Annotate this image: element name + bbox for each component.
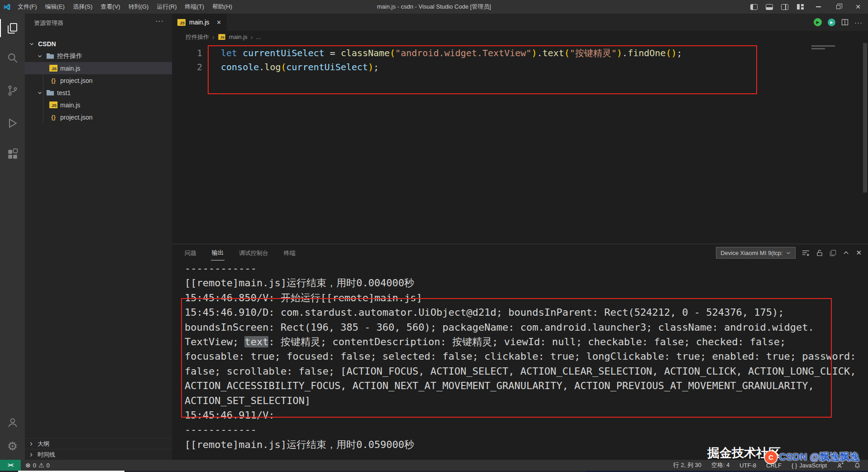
menu-item[interactable]: 帮助(H) (208, 0, 236, 14)
extension-run-icon[interactable]: ▶ (828, 19, 835, 26)
menu-item[interactable]: 文件(F) (14, 0, 41, 14)
close-button[interactable]: ✕ (848, 0, 868, 14)
tree-item[interactable]: {}project.json (25, 74, 172, 87)
tab-label: main.js (189, 19, 209, 26)
code-line: 1let currentUiSelect = className("androi… (172, 46, 868, 60)
tab-main-js[interactable]: JS main.js ✕ (172, 14, 227, 31)
minimap[interactable] (811, 45, 835, 51)
code-token: console (221, 62, 259, 72)
indentation[interactable]: 空格: 4 (711, 461, 730, 469)
remote-indicator[interactable]: >< (0, 460, 21, 471)
section-时间线[interactable]: 时间线 (25, 449, 172, 460)
minimize-button[interactable] (808, 0, 828, 14)
tree-item-label: 控件操作 (57, 52, 82, 60)
tab-bar: JS main.js ✕ ▶ ▶ ··· (172, 14, 868, 31)
editor-scrollbar[interactable] (863, 43, 867, 193)
output-console[interactable]: ------------[[remote]main.js]运行结束，用时0.00… (172, 261, 868, 452)
menu-item[interactable]: 运行(R) (153, 0, 181, 14)
output-line: 15:45:46.911/V: (185, 408, 868, 423)
tree-item[interactable]: JSmain.js (25, 62, 172, 74)
editor-more-actions-icon[interactable]: ··· (854, 19, 863, 26)
code-text: console.log(currentUiSelect); (221, 62, 379, 72)
breadcrumb-item[interactable]: main.js (229, 34, 248, 40)
tree-item[interactable]: test1 (25, 87, 172, 99)
menu-item[interactable]: 编辑(E) (41, 0, 69, 14)
maximize-panel-icon[interactable] (843, 250, 849, 256)
chevron-expanded-icon (28, 452, 35, 458)
menu-item[interactable]: 转到(G) (124, 0, 153, 14)
close-panel-icon[interactable]: ✕ (856, 249, 862, 257)
output-text: ------------ (185, 424, 257, 435)
tree-item[interactable]: CSDN (25, 38, 172, 50)
section-大纲[interactable]: 大纲 (25, 438, 172, 449)
run-button[interactable]: ▶ (814, 18, 822, 26)
section-label: 大纲 (38, 440, 49, 448)
line-number: 1 (172, 46, 202, 60)
status-bar: >< ⊗ 0 ⚠ 0 行 2, 列 30 空格: 4 UTF-8 CRLF { … (0, 460, 868, 471)
extensions-icon[interactable] (0, 142, 25, 166)
clear-output-icon[interactable] (802, 249, 810, 257)
panel-tab-终端[interactable]: 终端 (283, 245, 296, 260)
code-token: ( (281, 62, 286, 72)
toggle-panel-icon[interactable] (766, 4, 773, 10)
menu-bar: 文件(F)编辑(E)选择(S)查看(V)转到(G)运行(R)终端(T)帮助(H) (14, 0, 236, 14)
tab-close-icon[interactable]: ✕ (216, 19, 221, 26)
customize-layout-icon[interactable] (796, 4, 804, 10)
run-debug-icon[interactable] (0, 111, 25, 135)
output-text: ------------ (185, 263, 257, 274)
tree-item-label: CSDN (38, 40, 56, 48)
json-file-icon: {} (49, 114, 57, 120)
code-area[interactable]: 1let currentUiSelect = className("androi… (172, 43, 868, 74)
toggle-secondary-sidebar-icon[interactable] (781, 4, 788, 10)
breadcrumb[interactable]: 控件操作›JSmain.js›... (172, 31, 868, 43)
json-file-icon: {} (49, 77, 57, 84)
split-editor-icon[interactable] (841, 19, 849, 26)
output-line: ACTION_ACCESSIBILITY_FOCUS, ACTION_NEXT_… (185, 379, 868, 393)
toggle-sidebar-icon[interactable] (750, 4, 758, 10)
output-line: TextView; text: 按键精灵; contentDescription… (185, 335, 868, 349)
restore-button[interactable] (828, 0, 848, 14)
tree-item-label: project.json (60, 114, 93, 121)
panel-tab-调试控制台[interactable]: 调试控制台 (238, 245, 269, 260)
encoding[interactable]: UTF-8 (739, 462, 756, 469)
output-line: false; scrollable: false; [ACTION_FOCUS,… (185, 364, 868, 379)
breadcrumb-item[interactable]: 控件操作 (186, 33, 209, 41)
menu-item[interactable]: 终端(T) (181, 0, 208, 14)
line-number: 2 (172, 60, 202, 74)
tree-item-label: main.js (60, 101, 80, 109)
code-text: let currentUiSelect = className("android… (221, 48, 682, 58)
menu-item[interactable]: 查看(V) (96, 0, 124, 14)
unlock-icon[interactable] (816, 249, 823, 257)
source-control-icon[interactable] (0, 79, 25, 102)
device-selector-dropdown[interactable]: Device Xiaomi MI 9(tcp: (716, 247, 796, 259)
more-actions-icon[interactable]: ··· (155, 17, 164, 25)
accounts-icon[interactable] (0, 411, 25, 434)
problems-warnings[interactable]: ⚠ 0 (38, 462, 50, 469)
title-bar: 文件(F)编辑(E)选择(S)查看(V)转到(G)运行(R)终端(T)帮助(H)… (0, 0, 868, 14)
code-token: currentUiSelect (286, 62, 368, 72)
output-line: 15:45:46.910/D: com.stardust.automator.U… (185, 305, 868, 320)
open-output-in-editor-icon[interactable] (830, 250, 836, 256)
panel-tab-问题[interactable]: 问题 (184, 245, 197, 260)
settings-gear-icon[interactable]: ⚙ (0, 434, 25, 458)
search-icon[interactable] (0, 46, 25, 70)
tree-item[interactable]: {}project.json (25, 111, 172, 123)
tree-item-label: project.json (60, 77, 93, 84)
breadcrumb-separator: › (251, 34, 253, 41)
output-text: 15:45:46.850/V: 开始运行[[remote]main.js] (185, 292, 422, 303)
explorer-icon[interactable] (0, 16, 25, 40)
output-line: boundsInScreen: Rect(196, 385 - 360, 560… (185, 320, 868, 335)
tree-item[interactable]: JSmain.js (25, 99, 172, 111)
folder-icon (46, 89, 54, 96)
menu-item[interactable]: 选择(S) (69, 0, 96, 14)
explorer-sidebar: 资源管理器 ··· CSDN控件操作JSmain.js{}project.jso… (25, 14, 172, 460)
cursor-position[interactable]: 行 2, 列 30 (673, 461, 701, 469)
panel-tab-输出[interactable]: 输出 (211, 245, 224, 260)
chevron-expanded-icon (36, 90, 43, 96)
tree-item[interactable]: 控件操作 (25, 50, 172, 62)
breadcrumb-item[interactable]: ... (256, 34, 261, 40)
bottom-panel: 问题输出调试控制台终端 Device Xiaomi MI 9(tcp: ✕ (172, 244, 868, 460)
problems-errors[interactable]: ⊗ 0 (25, 462, 36, 469)
output-text: focusable: true; focused: false; selecte… (185, 351, 856, 362)
chevron-expanded-icon (36, 53, 43, 59)
